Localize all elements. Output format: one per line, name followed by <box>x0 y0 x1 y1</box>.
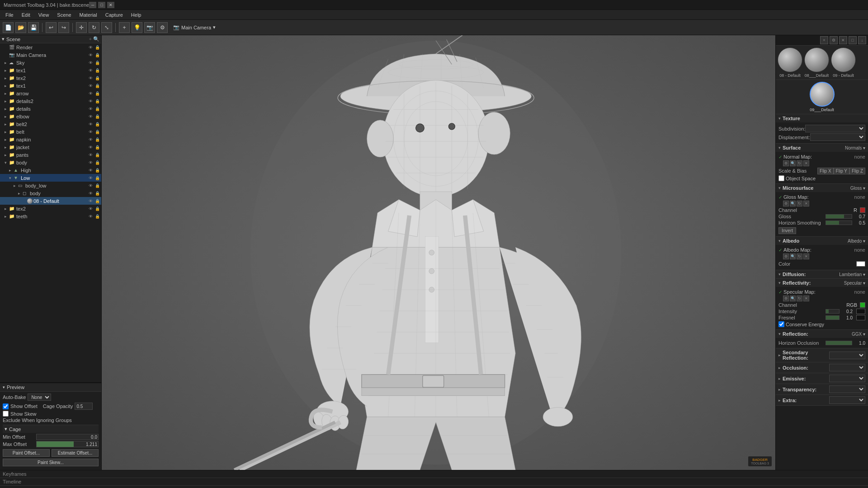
horizon-occlusion-track[interactable] <box>826 341 852 345</box>
diffusion-header[interactable]: ▾ Diffusion: Lambertian ▾ <box>776 270 868 278</box>
paint-offset-button[interactable]: Paint Offset... <box>3 449 50 457</box>
menu-scene[interactable]: Scene <box>53 11 75 19</box>
right-toolbar-btn3[interactable]: ✕ <box>839 36 847 44</box>
reflection-header[interactable]: ▾ Reflection: GGX ▾ <box>776 330 868 338</box>
jacket-eye[interactable]: 👁 <box>87 144 94 150</box>
microsurface-header[interactable]: ▾ Microsurface Gloss ▾ <box>776 184 868 192</box>
high-lock[interactable]: 🔒 <box>94 167 100 174</box>
tex1-eye-icon[interactable]: 👁 <box>87 67 94 74</box>
intensity-track[interactable] <box>826 309 840 314</box>
conserve-energy-row[interactable]: Conserve Energy <box>778 321 865 327</box>
tree-item-tex1b[interactable]: ▸ 📁 tex1 👁 🔒 <box>0 82 101 89</box>
subdivision-dropdown[interactable] <box>805 125 865 132</box>
albedo-map-close[interactable]: ✕ <box>803 253 809 259</box>
tree-item-body[interactable]: ▾ 📁 body 👁 🔒 <box>0 159 101 166</box>
tree-item-pants[interactable]: ▸ 📁 pants 👁 🔒 <box>0 151 101 159</box>
jacket-lock[interactable]: 🔒 <box>94 144 100 150</box>
menu-file[interactable]: File <box>2 11 17 19</box>
mat-ball-08-default2[interactable]: 08___Default <box>804 47 829 78</box>
paint-skew-button[interactable]: Paint Skew... <box>3 459 99 466</box>
mat-ball-09-default[interactable]: 09 - Default <box>831 47 856 78</box>
specular-map-gear[interactable]: ⚙ <box>783 296 789 301</box>
toolbar-redo[interactable]: ↪ <box>58 22 69 33</box>
auto-bake-dropdown[interactable]: None <box>28 394 51 401</box>
tex2-second-eye[interactable]: 👁 <box>87 206 94 212</box>
napkin-lock[interactable]: 🔒 <box>94 136 100 143</box>
normal-map-refresh[interactable]: ↻ <box>797 160 802 166</box>
minimize-button[interactable]: ─ <box>89 2 96 8</box>
tree-item-belt[interactable]: ▸ 📁 belt 👁 🔒 <box>0 128 101 136</box>
details-lock[interactable]: 🔒 <box>94 106 100 112</box>
elbow-eye[interactable]: 👁 <box>87 113 94 120</box>
tex1b-eye[interactable]: 👁 <box>87 83 94 89</box>
scene-tree-header[interactable]: ▾ Scene + 🔍 <box>0 35 101 43</box>
arrow-eye[interactable]: 👁 <box>87 90 94 97</box>
scene-search-icon[interactable]: 🔍 <box>93 36 99 42</box>
emissive-header[interactable]: ▸ Emissive: <box>776 373 868 384</box>
tree-item-napkin[interactable]: ▸ 📁 napkin 👁 🔒 <box>0 136 101 143</box>
mat-ball-08-default[interactable]: 08 - Default <box>778 47 802 78</box>
body-submesh-eye[interactable]: 👁 <box>87 190 94 197</box>
cage-opacity-input[interactable] <box>75 403 93 410</box>
microsurface-value[interactable]: Gloss ▾ <box>850 186 865 191</box>
fresnel-track[interactable] <box>826 315 840 320</box>
render-lock-icon[interactable]: 🔒 <box>94 44 100 51</box>
object-space-row[interactable]: Object Space <box>778 175 865 181</box>
tex1-lock-icon[interactable]: 🔒 <box>94 67 100 74</box>
diffusion-value[interactable]: Lambertian ▾ <box>839 272 865 277</box>
close-button[interactable]: ✕ <box>107 2 114 8</box>
tex2-second-lock[interactable]: 🔒 <box>94 206 100 212</box>
sky-lock-icon[interactable]: 🔒 <box>94 60 100 66</box>
camera-lock-icon[interactable]: 🔒 <box>94 52 100 58</box>
reflectivity-value[interactable]: Specular ▾ <box>844 281 865 286</box>
menu-view[interactable]: View <box>35 11 53 19</box>
body-lock[interactable]: 🔒 <box>94 160 100 166</box>
render-eye-icon[interactable]: 👁 <box>87 44 94 51</box>
secondary-reflection-header[interactable]: ▸ Secondary Reflection: <box>776 348 868 362</box>
toolbar-translate[interactable]: ✛ <box>76 22 87 33</box>
low-lock[interactable]: 🔒 <box>94 175 100 181</box>
texture-section-header[interactable]: ▾ Texture <box>776 114 868 122</box>
teeth-eye[interactable]: 👁 <box>87 213 94 220</box>
toolbar-new[interactable]: 📄 <box>3 22 14 33</box>
body-eye[interactable]: 👁 <box>87 160 94 166</box>
secondary-reflection-dropdown[interactable] <box>829 352 865 359</box>
toolbar-scale[interactable]: ⤡ <box>101 22 112 33</box>
08-default-lock[interactable]: 🔒 <box>94 198 100 204</box>
tree-item-body-low[interactable]: ▸ ▭ body_low 👁 🔒 <box>0 182 101 189</box>
preview-header[interactable]: ▾ Preview <box>0 383 101 392</box>
occlusion-header[interactable]: ▸ Occlusion: <box>776 362 868 373</box>
tree-item-main-camera[interactable]: 📷 Main Camera 👁 🔒 <box>0 51 101 59</box>
albedo-map-refresh[interactable]: ↻ <box>797 253 802 259</box>
specular-map-close[interactable]: ✕ <box>803 296 809 301</box>
gloss-slider-track[interactable] <box>826 214 852 219</box>
toolbar-save[interactable]: 💾 <box>28 22 39 33</box>
surface-value[interactable]: Normals ▾ <box>845 145 865 150</box>
menu-edit[interactable]: Edit <box>18 11 34 19</box>
normal-map-gear[interactable]: ⚙ <box>783 160 789 166</box>
low-eye[interactable]: 👁 <box>87 175 94 181</box>
body-low-eye[interactable]: 👁 <box>87 183 94 189</box>
specular-map-search[interactable]: 🔍 <box>790 296 796 301</box>
toolbar-undo[interactable]: ↩ <box>46 22 57 33</box>
extra-header[interactable]: ▸ Extra: <box>776 395 868 405</box>
conserve-energy-checkbox[interactable] <box>778 321 784 327</box>
extra-dropdown[interactable] <box>829 396 865 404</box>
toolbar-rotate[interactable]: ↻ <box>89 22 99 33</box>
albedo-value[interactable]: Albedo ▾ <box>848 239 865 244</box>
cage-section-header[interactable]: ▾ Cage <box>3 425 99 433</box>
right-toolbar-btn1[interactable]: + <box>820 36 828 44</box>
color-swatch[interactable] <box>856 261 865 267</box>
gloss-map-close[interactable]: ✕ <box>803 201 809 206</box>
tree-item-details[interactable]: ▸ 📁 details 👁 🔒 <box>0 105 101 113</box>
tex2-first-eye[interactable]: 👁 <box>87 75 94 81</box>
high-eye[interactable]: 👁 <box>87 167 94 174</box>
body-low-lock[interactable]: 🔒 <box>94 183 100 189</box>
belt2-lock[interactable]: 🔒 <box>94 121 100 127</box>
albedo-map-gear[interactable]: ⚙ <box>783 253 789 259</box>
toolbar-add[interactable]: + <box>119 22 130 33</box>
right-toolbar-btn5[interactable]: ↓ <box>858 36 866 44</box>
tree-item-elbow[interactable]: ▸ 📁 elbow 👁 🔒 <box>0 113 101 120</box>
tex1b-lock[interactable]: 🔒 <box>94 83 100 89</box>
tex2-first-lock[interactable]: 🔒 <box>94 75 100 81</box>
